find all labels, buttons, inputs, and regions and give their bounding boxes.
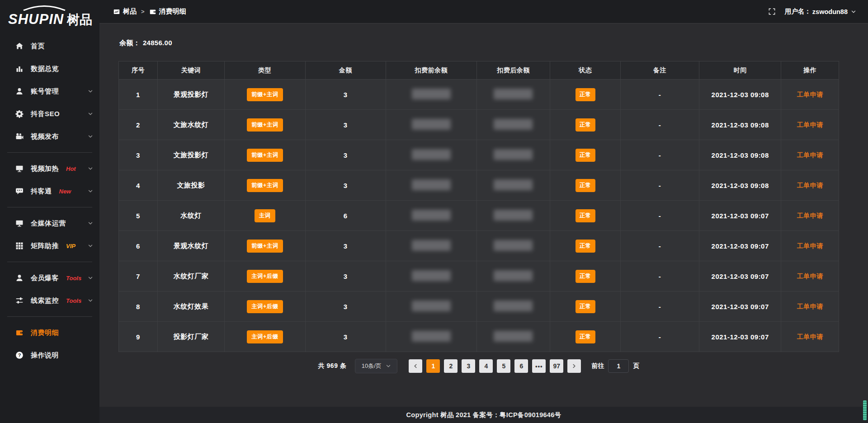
- next-page-button[interactable]: [567, 359, 581, 373]
- cell-action: 工单申请: [781, 110, 839, 140]
- sidebar-item-matrix-boost[interactable]: 矩阵助推VIP: [0, 235, 99, 257]
- cell-index: 3: [119, 140, 158, 170]
- page-button-4[interactable]: 4: [479, 359, 493, 373]
- column-header: 时间: [699, 61, 781, 80]
- breadcrumb-label: 消费明细: [159, 7, 186, 16]
- user-icon: [15, 87, 24, 95]
- chat-icon: [15, 187, 24, 195]
- fullscreen-icon[interactable]: [768, 8, 776, 15]
- table-row: 9投影灯厂家主词+后缀3正常-2021-12-03 09:07工单申请: [119, 322, 839, 352]
- work-order-link[interactable]: 工单申请: [797, 273, 823, 280]
- column-header: 类型: [225, 61, 305, 80]
- logo-latin: SHUPIN: [8, 11, 64, 28]
- cell-keyword: 景观投影灯: [158, 80, 225, 110]
- breadcrumb-item-root[interactable]: 树品: [113, 7, 137, 16]
- chevron-down-icon: [88, 134, 93, 139]
- work-order-link[interactable]: 工单申请: [797, 303, 823, 310]
- sidebar-item-consumption-detail[interactable]: 消费明细: [0, 321, 99, 344]
- work-order-link[interactable]: 工单申请: [797, 212, 823, 219]
- sidebar-item-video-publish[interactable]: 视频发布: [0, 125, 99, 148]
- sidebar-item-label: 消费明细: [31, 329, 59, 337]
- sidebar-item-operation-guide[interactable]: ?操作说明: [0, 344, 99, 367]
- cell-post-balance: [476, 201, 550, 231]
- cell-action: 工单申请: [781, 80, 839, 110]
- chevron-down-icon: [88, 221, 93, 226]
- cell-keyword: 水纹灯: [158, 201, 225, 231]
- sidebar-item-clue-monitor[interactable]: 线索监控Tools: [0, 289, 99, 312]
- sidebar-item-data-overview[interactable]: 数据总览: [0, 57, 99, 80]
- cell-note: -: [621, 110, 699, 140]
- main-area: 树品 > 消费明细 用户名： zswodun88 余额：24856.00: [99, 0, 868, 423]
- cell-status: 正常: [550, 110, 621, 140]
- chevron-down-icon: [851, 9, 856, 14]
- user-menu[interactable]: 用户名： zswodun88: [785, 7, 856, 16]
- menu-badge: Tools: [66, 275, 81, 282]
- work-order-link[interactable]: 工单申请: [797, 91, 823, 98]
- sidebar-item-media-operation[interactable]: 全媒体运营: [0, 212, 99, 235]
- sidebar-item-home[interactable]: 首页: [0, 35, 99, 57]
- logo[interactable]: SHUPIN 树品: [0, 0, 99, 30]
- chevron-down-icon: [88, 188, 93, 194]
- cell-action: 工单申请: [781, 322, 839, 352]
- column-header: 金额: [305, 61, 386, 80]
- page-size-select[interactable]: 10条/页: [355, 359, 397, 373]
- sidebar-item-member-baoke[interactable]: 会员爆客Tools: [0, 267, 99, 289]
- type-badge: 主词+后缀: [247, 300, 283, 313]
- cell-pre-balance: [386, 231, 476, 261]
- menu-divider: [7, 262, 92, 262]
- masked-balance: [494, 149, 533, 160]
- column-header: 扣费后余额: [476, 61, 550, 80]
- goto-suffix: 页: [633, 362, 639, 370]
- masked-balance: [494, 301, 533, 311]
- sidebar-item-label: 全媒体运营: [31, 219, 66, 228]
- monitor-icon: [15, 219, 24, 227]
- type-badge: 主词+后缀: [247, 330, 283, 343]
- page-button-2[interactable]: 2: [444, 359, 458, 373]
- sidebar-item-douketong[interactable]: 抖客通New: [0, 180, 99, 202]
- sidebar-item-account-management[interactable]: 账号管理: [0, 80, 99, 103]
- masked-balance: [494, 331, 533, 342]
- cell-index: 1: [119, 80, 158, 110]
- column-header: 序号: [119, 61, 158, 80]
- cell-note: -: [621, 201, 699, 231]
- page-button-5[interactable]: 5: [497, 359, 510, 373]
- status-badge: 正常: [576, 240, 595, 253]
- page-size-value: 10条/页: [362, 362, 382, 370]
- goto-page-input[interactable]: 1: [608, 359, 629, 373]
- cell-type: 主词: [225, 201, 305, 231]
- page-button-97[interactable]: 97: [550, 359, 563, 373]
- content: 余额：24856.00 序号关键词类型金额扣费前余额扣费后余额状态备注时间操作 …: [99, 24, 868, 407]
- page-button-1[interactable]: 1: [426, 359, 440, 373]
- breadcrumb-item-current[interactable]: 消费明细: [149, 7, 186, 16]
- work-order-link[interactable]: 工单申请: [797, 242, 823, 249]
- cell-keyword: 文旅投影灯: [158, 140, 225, 170]
- prev-page-button[interactable]: [409, 359, 422, 373]
- status-badge: 正常: [576, 179, 595, 192]
- work-order-link[interactable]: 工单申请: [797, 182, 823, 189]
- page-ellipsis-button[interactable]: •••: [532, 359, 546, 373]
- chevron-down-icon: [88, 111, 93, 117]
- scrollbar-thumb[interactable]: [863, 400, 867, 420]
- sidebar-item-video-heating[interactable]: 视频加热Hot: [0, 157, 99, 180]
- cell-amount: 3: [305, 140, 386, 170]
- app: SHUPIN 树品 首页数据总览账号管理抖音SEO视频发布视频加热Hot抖客通N…: [0, 0, 868, 423]
- cell-type: 前缀+主词: [225, 231, 305, 261]
- type-badge: 前缀+主词: [247, 118, 283, 132]
- masked-balance: [494, 119, 533, 130]
- work-order-link[interactable]: 工单申请: [797, 333, 823, 340]
- table-row: 5水纹灯主词6正常-2021-12-03 09:07工单申请: [119, 201, 839, 231]
- cell-time: 2021-12-03 09:07: [699, 201, 781, 231]
- username-label: 用户名：: [785, 7, 811, 16]
- work-order-link[interactable]: 工单申请: [797, 121, 823, 128]
- cell-type: 主词+后缀: [225, 322, 305, 352]
- sidebar-item-douyin-seo[interactable]: 抖音SEO: [0, 103, 99, 125]
- page-button-6[interactable]: 6: [514, 359, 528, 373]
- page-button-3[interactable]: 3: [462, 359, 475, 373]
- table-row: 2文旅水纹灯前缀+主词3正常-2021-12-03 09:08工单申请: [119, 110, 839, 140]
- table-row: 1景观投影灯前缀+主词3正常-2021-12-03 09:08工单申请: [119, 80, 839, 110]
- balance: 余额：24856.00: [119, 39, 839, 47]
- cell-type: 前缀+主词: [225, 80, 305, 110]
- cell-keyword: 景观水纹灯: [158, 231, 225, 261]
- work-order-link[interactable]: 工单申请: [797, 151, 823, 159]
- chevron-down-icon: [88, 166, 93, 171]
